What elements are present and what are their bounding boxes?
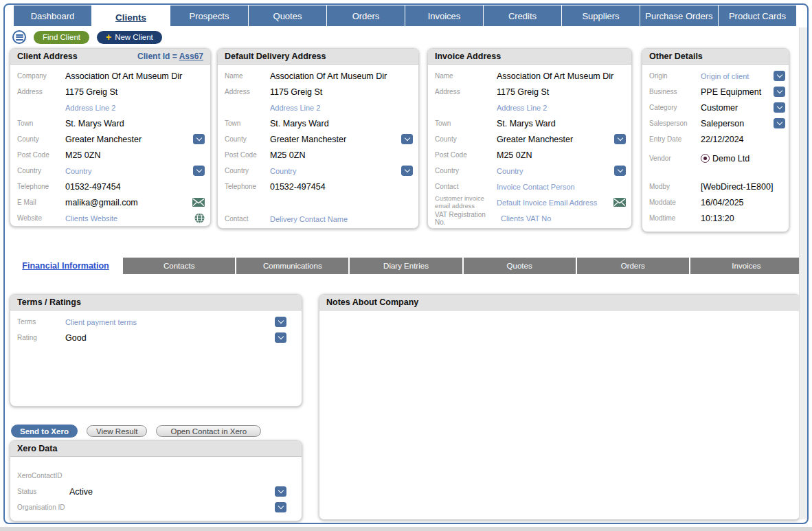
open-contact-in-xero-button[interactable]: Open Contact in Xero [156, 425, 261, 437]
country-dropdown-button[interactable] [193, 166, 205, 176]
rating-dropdown-button[interactable] [275, 332, 286, 343]
category-field[interactable]: Customer [701, 103, 769, 113]
terms-dropdown-button[interactable] [275, 317, 286, 327]
field-row-country: CountryCountry [218, 163, 418, 179]
vat-field[interactable]: Clients VAT No [501, 214, 626, 223]
origin-dropdown-button[interactable] [774, 71, 785, 81]
find-client-button[interactable]: Find Client [34, 31, 89, 44]
send-to-xero-button[interactable]: Send to Xero [11, 425, 78, 438]
county-dropdown-button[interactable] [614, 134, 626, 144]
delivery-town-field[interactable]: St. Marys Ward [270, 119, 413, 128]
delivery-telephone-field[interactable]: 01532-497454 [270, 182, 413, 192]
field-row-xero-contact-id: XeroContactID [10, 468, 302, 484]
tab-credits[interactable]: Credits [483, 5, 561, 26]
subtab-communications[interactable]: Communications [235, 258, 348, 274]
view-result-button[interactable]: View Result [87, 425, 148, 437]
category-dropdown-button[interactable] [774, 102, 785, 113]
field-row-category: CategoryCustomer [642, 100, 789, 115]
app-window: Dashboard Clients Prospects Quotes Order… [0, 0, 812, 531]
field-row-address2: Address Line 2 [218, 100, 418, 115]
delivery-county-field[interactable]: Greater Manchester [270, 135, 396, 144]
salesperson-field[interactable]: Saleperson [701, 119, 769, 128]
field-row-postcode: Post CodeM25 0ZN [428, 147, 631, 163]
entry-date-field[interactable]: 22/12/2024 [701, 135, 783, 144]
invoice-postcode-field[interactable]: M25 0ZN [497, 150, 626, 160]
delivery-country-field[interactable]: Country [270, 167, 396, 175]
field-row-address: Address1175 Greig St [218, 84, 418, 100]
vertical-scrollbar[interactable] [799, 27, 807, 519]
new-client-button[interactable]: +New Client [97, 31, 162, 44]
town-field[interactable]: St. Marys Ward [65, 119, 205, 128]
subtab-financial-information[interactable]: Financial Information [10, 258, 122, 274]
rating-field[interactable]: Good [65, 333, 270, 343]
panel-title: Terms / Ratings [17, 297, 81, 307]
website-field[interactable]: Clients Website [65, 214, 188, 223]
panel-title: Invoice Address [435, 52, 501, 61]
address2-field[interactable]: Address Line 2 [65, 104, 205, 112]
country-dropdown-button[interactable] [401, 166, 413, 176]
invoice-contact-field[interactable]: Invoice Contact Person [497, 183, 626, 191]
organisation-id-dropdown-button[interactable] [275, 502, 286, 512]
tab-prospects[interactable]: Prospects [170, 5, 248, 26]
invoice-address-field[interactable]: 1175 Greig St [497, 87, 626, 97]
delivery-postcode-field[interactable]: M25 0ZN [270, 150, 413, 160]
invoice-town-field[interactable]: St. Marys Ward [497, 119, 626, 128]
field-row-website: WebsiteClients Website [10, 210, 210, 226]
subtab-orders[interactable]: Orders [576, 258, 689, 274]
delivery-contact-field[interactable]: Delivery Contact Name [270, 215, 413, 223]
mail-icon[interactable] [192, 198, 205, 207]
salesperson-dropdown-button[interactable] [774, 118, 785, 128]
telephone-field[interactable]: 01532-497454 [65, 182, 205, 192]
field-row-address: Address1175 Greig St [428, 84, 631, 100]
county-field[interactable]: Greater Manchester [65, 135, 188, 144]
invoice-address2-field[interactable]: Address Line 2 [497, 104, 626, 112]
invoice-country-field[interactable]: Country [497, 167, 609, 175]
county-dropdown-button[interactable] [401, 134, 413, 144]
address-field[interactable]: 1175 Greig St [65, 87, 205, 97]
county-dropdown-button[interactable] [193, 134, 205, 144]
subtab-diary-entries[interactable]: Diary Entries [348, 258, 462, 274]
tab-orders[interactable]: Orders [326, 5, 405, 26]
tab-suppliers[interactable]: Suppliers [561, 5, 640, 26]
modtime-field: 10:13:20 [701, 214, 783, 223]
tab-quotes[interactable]: Quotes [248, 5, 326, 26]
client-id-link[interactable]: Ass67 [179, 52, 203, 61]
mail-icon[interactable] [613, 198, 626, 207]
tab-product-cards[interactable]: Product Cards [718, 5, 796, 26]
business-field[interactable]: PPE Equipment [701, 87, 769, 97]
country-field[interactable]: Country [65, 167, 188, 175]
subtab-contacts[interactable]: Contacts [122, 258, 235, 274]
field-row-county: CountyGreater Manchester [10, 131, 210, 147]
tab-dashboard[interactable]: Dashboard [14, 5, 91, 26]
email-field[interactable]: malika@gmail.com [65, 198, 188, 207]
tab-invoices[interactable]: Invoices [405, 5, 483, 26]
field-row-postcode: Post CodeM25 0ZN [10, 147, 210, 163]
business-dropdown-button[interactable] [774, 87, 785, 97]
field-row-name: NameAssociation Of Art Museum Dir [218, 68, 418, 84]
vendor-radio[interactable] [701, 154, 710, 163]
field-row-name: NameAssociation Of Art Museum Dir [428, 68, 631, 84]
terms-field[interactable]: Client payment terms [65, 318, 270, 326]
origin-field[interactable]: Origin of client [701, 72, 769, 80]
invoice-name-field[interactable]: Association Of Art Museum Dir [497, 71, 626, 81]
field-row-county: CountyGreater Manchester [428, 131, 631, 147]
country-dropdown-button[interactable] [614, 166, 626, 176]
globe-icon[interactable] [194, 213, 205, 223]
delivery-address-field[interactable]: 1175 Greig St [270, 87, 413, 97]
panel-title: Other Details [649, 52, 703, 61]
menu-icon[interactable] [12, 30, 26, 44]
status-field[interactable]: Active [69, 487, 270, 497]
invoice-county-field[interactable]: Greater Manchester [497, 135, 609, 144]
status-dropdown-button[interactable] [275, 486, 286, 497]
tab-purchase-orders[interactable]: Purchase Orders [640, 5, 718, 26]
delivery-name-field[interactable]: Association Of Art Museum Dir [270, 71, 413, 81]
subtab-invoices[interactable]: Invoices [689, 258, 802, 274]
subtab-quotes[interactable]: Quotes [462, 258, 576, 274]
notes-textarea[interactable] [319, 310, 800, 519]
invoice-email-field[interactable]: Default Invoice Email Address [497, 199, 609, 207]
postcode-field[interactable]: M25 0ZN [65, 150, 205, 160]
tab-clients[interactable]: Clients [91, 5, 170, 29]
delivery-address2-field[interactable]: Address Line 2 [270, 104, 413, 112]
moddate-field: 16/04/2025 [701, 198, 783, 207]
company-field[interactable]: Association Of Art Museum Dir [65, 71, 205, 81]
